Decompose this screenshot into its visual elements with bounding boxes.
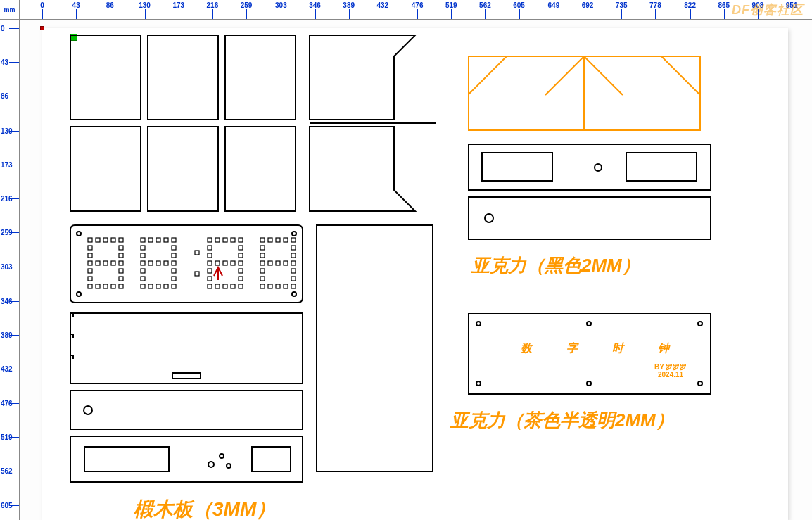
svg-rect-31 [96, 284, 100, 288]
svg-rect-19 [88, 253, 92, 258]
svg-rect-21 [88, 261, 92, 265]
svg-rect-28 [88, 277, 92, 281]
svg-rect-14 [103, 238, 108, 242]
svg-rect-116 [317, 225, 433, 471]
svg-rect-54 [148, 284, 153, 288]
svg-rect-75 [239, 277, 243, 281]
svg-point-11 [292, 292, 296, 296]
svg-rect-111 [84, 447, 169, 471]
svg-rect-103 [291, 284, 296, 288]
svg-rect-112 [252, 447, 291, 471]
svg-point-8 [77, 232, 81, 236]
svg-rect-97 [260, 277, 265, 281]
svg-rect-127 [468, 197, 711, 239]
svg-rect-86 [260, 246, 265, 250]
svg-rect-0 [70, 35, 141, 120]
svg-rect-46 [156, 261, 160, 265]
canvas-area[interactable]: 椴木板（3MM） 亚克力（黑色2MM） [20, 20, 812, 520]
svg-rect-101 [276, 284, 280, 288]
svg-rect-83 [276, 238, 280, 242]
svg-rect-89 [291, 253, 296, 258]
svg-point-109 [84, 406, 92, 414]
svg-rect-78 [223, 284, 227, 288]
svg-rect-110 [70, 436, 303, 482]
ruler-h-label: 476 [412, 1, 424, 9]
svg-rect-35 [141, 238, 145, 242]
svg-rect-51 [141, 277, 145, 281]
ruler-corner: mm [0, 0, 20, 20]
ruler-h-label: 0 [40, 1, 44, 9]
svg-rect-5 [225, 127, 296, 211]
svg-rect-56 [164, 284, 168, 288]
svg-rect-61 [231, 238, 235, 242]
ruler-vertical[interactable]: 0438613017321625930334638943247651956260… [0, 20, 20, 520]
svg-rect-4 [148, 127, 218, 211]
ruler-v-label: 86 [1, 92, 8, 100]
ruler-horizontal[interactable]: 0438613017321625930334638943247651956260… [20, 0, 812, 20]
svg-rect-66 [239, 253, 243, 258]
svg-rect-58 [208, 238, 212, 242]
acrylic-tea-panel[interactable] [468, 313, 728, 405]
svg-point-135 [698, 381, 702, 386]
svg-rect-71 [239, 261, 243, 265]
svg-rect-70 [231, 261, 235, 265]
clock-char-2: 时 [612, 341, 623, 356]
svg-rect-76 [208, 284, 212, 288]
acrylic-black-panels[interactable] [468, 56, 728, 267]
ruler-h-label: 605 [513, 1, 525, 9]
ruler-h-label: 822 [684, 1, 696, 9]
ruler-h-label: 303 [275, 1, 287, 9]
ruler-h-label: 43 [72, 1, 80, 9]
svg-rect-65 [208, 253, 212, 258]
svg-point-114 [220, 454, 224, 458]
svg-rect-26 [88, 269, 92, 273]
ruler-h-label: 562 [479, 1, 491, 9]
ruler-h-label: 259 [241, 1, 253, 9]
svg-rect-105 [195, 272, 199, 276]
svg-rect-91 [268, 261, 272, 265]
svg-line-119 [468, 56, 507, 95]
svg-rect-94 [291, 261, 296, 265]
svg-rect-95 [260, 269, 265, 273]
svg-rect-50 [172, 269, 176, 273]
svg-rect-43 [172, 253, 176, 258]
ruler-h-label: 389 [343, 1, 355, 9]
svg-point-10 [77, 292, 81, 296]
svg-rect-124 [482, 153, 552, 181]
svg-rect-52 [172, 277, 176, 281]
svg-rect-23 [103, 261, 108, 265]
clock-char-0: 数 [521, 341, 532, 356]
svg-rect-38 [164, 238, 168, 242]
svg-rect-55 [156, 284, 160, 288]
svg-rect-48 [172, 261, 176, 265]
svg-rect-123 [468, 144, 711, 190]
svg-point-113 [208, 462, 214, 467]
svg-line-122 [584, 56, 623, 95]
selection-handle-red[interactable] [40, 26, 44, 30]
svg-rect-32 [103, 284, 108, 288]
page[interactable]: 椴木板（3MM） 亚克力（黑色2MM） [42, 28, 788, 520]
ruler-h-label: 519 [445, 1, 457, 9]
svg-rect-27 [119, 269, 123, 273]
svg-rect-98 [291, 277, 296, 281]
svg-point-131 [587, 322, 591, 326]
svg-line-120 [661, 56, 700, 95]
ruler-v-label: 43 [1, 58, 8, 66]
svg-point-130 [476, 322, 481, 326]
ruler-h-label: 130 [139, 1, 151, 9]
svg-rect-63 [208, 246, 212, 250]
svg-rect-104 [195, 251, 199, 255]
ruler-v-label: 0 [1, 25, 5, 32]
svg-point-115 [227, 464, 231, 468]
svg-rect-16 [119, 238, 123, 242]
svg-rect-107 [172, 373, 201, 379]
ruler-h-label: 173 [172, 1, 184, 9]
svg-rect-79 [231, 284, 235, 288]
basswood-panels[interactable] [70, 35, 443, 500]
svg-rect-30 [88, 284, 92, 288]
svg-rect-67 [208, 261, 212, 265]
ruler-h-label: 692 [582, 1, 594, 9]
svg-rect-87 [291, 246, 296, 250]
svg-rect-81 [260, 238, 265, 242]
svg-rect-68 [215, 261, 220, 265]
